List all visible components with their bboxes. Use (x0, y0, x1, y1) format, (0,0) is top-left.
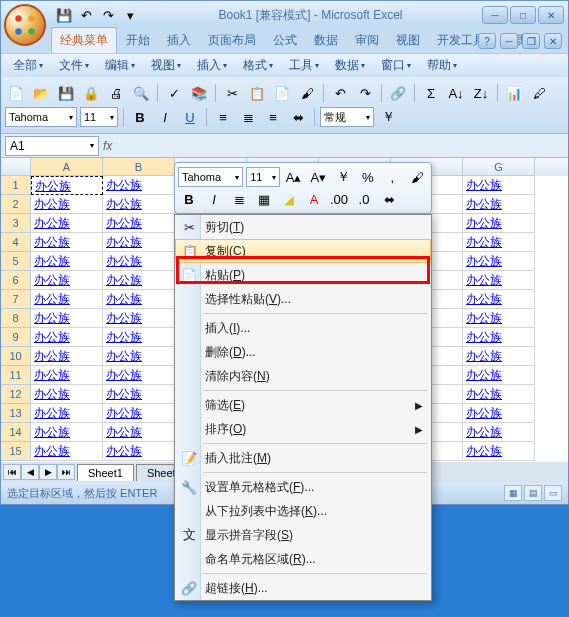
undo-icon[interactable]: ↶ (329, 82, 351, 104)
context-menu-item[interactable]: 📄粘贴(P) (175, 263, 431, 287)
cell[interactable]: 办公族 (463, 309, 535, 328)
cell[interactable]: 办公族 (31, 271, 103, 290)
name-box[interactable]: A1▾ (5, 136, 99, 156)
office-button[interactable] (4, 4, 46, 46)
merge-icon[interactable]: ⬌ (287, 106, 309, 128)
ribbon-tab[interactable]: 开始 (118, 28, 158, 53)
cell[interactable]: 办公族 (463, 442, 535, 461)
menu-item[interactable]: 窗口 ▾ (375, 55, 417, 76)
cell[interactable]: 办公族 (103, 366, 175, 385)
mini-fill-color-icon[interactable]: ◢ (278, 188, 300, 210)
row-header[interactable]: 8 (1, 309, 31, 328)
close-button[interactable]: ✕ (538, 6, 564, 24)
mini-shrink-font-icon[interactable]: A▾ (307, 166, 329, 188)
cell[interactable]: 办公族 (103, 195, 175, 214)
sheet-nav-last[interactable]: ⏭ (57, 464, 75, 480)
mini-bold-button[interactable]: B (178, 188, 200, 210)
size-selector[interactable]: 11▾ (80, 107, 118, 127)
cell[interactable]: 办公族 (31, 347, 103, 366)
context-menu-item[interactable]: 📝插入批注(M) (175, 446, 431, 470)
cell[interactable]: 办公族 (463, 252, 535, 271)
mini-dec-decimal-icon[interactable]: .00 (328, 188, 350, 210)
cell[interactable]: 办公族 (31, 195, 103, 214)
hyperlink-icon[interactable]: 🔗 (387, 82, 409, 104)
cell[interactable]: 办公族 (463, 195, 535, 214)
cell[interactable]: 办公族 (31, 176, 103, 195)
mini-font-color-icon[interactable]: A (303, 188, 325, 210)
row-header[interactable]: 2 (1, 195, 31, 214)
italic-button[interactable]: I (154, 106, 176, 128)
mini-font-selector[interactable]: Tahoma▾ (178, 167, 243, 187)
align-right-icon[interactable]: ≡ (262, 106, 284, 128)
row-header[interactable]: 4 (1, 233, 31, 252)
view-layout-icon[interactable]: ▤ (524, 485, 542, 501)
redo-icon[interactable]: ↷ (99, 6, 117, 24)
select-all-corner[interactable] (1, 158, 31, 176)
ribbon-tab[interactable]: 插入 (159, 28, 199, 53)
cell[interactable]: 办公族 (463, 233, 535, 252)
number-format-selector[interactable]: 常规▾ (320, 107, 374, 127)
row-header[interactable]: 3 (1, 214, 31, 233)
cell[interactable]: 办公族 (31, 442, 103, 461)
ribbon-tab[interactable]: 审阅 (347, 28, 387, 53)
sheet-tab[interactable]: Sheet1 (77, 464, 134, 481)
mini-align-center-icon[interactable]: ≣ (228, 188, 250, 210)
context-menu-item[interactable]: 插入(I)... (175, 316, 431, 340)
cell[interactable]: 办公族 (103, 423, 175, 442)
menu-item[interactable]: 插入 ▾ (191, 55, 233, 76)
format-painter-icon[interactable]: 🖌 (296, 82, 318, 104)
cell[interactable]: 办公族 (31, 214, 103, 233)
sheet-nav-first[interactable]: ⏮ (3, 464, 21, 480)
mini-italic-button[interactable]: I (203, 188, 225, 210)
context-menu-item[interactable]: 🔗超链接(H)... (175, 576, 431, 600)
context-menu-item[interactable]: 命名单元格区域(R)... (175, 547, 431, 571)
cell[interactable]: 办公族 (103, 271, 175, 290)
menu-item[interactable]: 帮助 ▾ (421, 55, 463, 76)
context-menu-item[interactable]: 从下拉列表中选择(K)... (175, 499, 431, 523)
help-icon[interactable]: ? (478, 33, 496, 49)
cell[interactable]: 办公族 (103, 233, 175, 252)
autosum-icon[interactable]: Σ (420, 82, 442, 104)
cell[interactable]: 办公族 (31, 252, 103, 271)
context-menu-item[interactable]: 筛选(E)▶ (175, 393, 431, 417)
context-menu-item[interactable]: 选择性粘贴(V)... (175, 287, 431, 311)
column-header[interactable]: B (103, 158, 175, 176)
sort-desc-icon[interactable]: Z↓ (470, 82, 492, 104)
view-break-icon[interactable]: ▭ (544, 485, 562, 501)
new-icon[interactable]: 📄 (5, 82, 27, 104)
cell[interactable]: 办公族 (463, 176, 535, 195)
sort-asc-icon[interactable]: A↓ (445, 82, 467, 104)
mini-merge-icon[interactable]: ⬌ (378, 188, 400, 210)
cell[interactable]: 办公族 (103, 347, 175, 366)
currency-icon[interactable]: ￥ (377, 106, 399, 128)
row-header[interactable]: 14 (1, 423, 31, 442)
open-icon[interactable]: 📂 (30, 82, 52, 104)
context-menu-item[interactable]: 文显示拼音字段(S) (175, 523, 431, 547)
cell[interactable]: 办公族 (31, 233, 103, 252)
menu-item[interactable]: 数据 ▾ (329, 55, 371, 76)
context-menu-item[interactable]: 删除(D)... (175, 340, 431, 364)
menu-item[interactable]: 格式 ▾ (237, 55, 279, 76)
view-normal-icon[interactable]: ▦ (504, 485, 522, 501)
cell[interactable]: 办公族 (463, 328, 535, 347)
context-menu-item[interactable]: 清除内容(N) (175, 364, 431, 388)
redo-icon[interactable]: ↷ (354, 82, 376, 104)
permission-icon[interactable]: 🔒 (80, 82, 102, 104)
ribbon-tab[interactable]: 页面布局 (200, 28, 264, 53)
maximize-button[interactable]: □ (510, 6, 536, 24)
doc-minimize-button[interactable]: ─ (500, 33, 518, 49)
doc-restore-button[interactable]: ❐ (522, 33, 540, 49)
doc-close-button[interactable]: ✕ (544, 33, 562, 49)
row-header[interactable]: 11 (1, 366, 31, 385)
cell[interactable]: 办公族 (103, 404, 175, 423)
mini-size-selector[interactable]: 11▾ (246, 167, 280, 187)
row-header[interactable]: 12 (1, 385, 31, 404)
context-menu-item[interactable]: ✂剪切(T) (175, 215, 431, 239)
row-header[interactable]: 7 (1, 290, 31, 309)
save-icon[interactable]: 💾 (55, 82, 77, 104)
cell[interactable]: 办公族 (103, 385, 175, 404)
sheet-nav-prev[interactable]: ◀ (21, 464, 39, 480)
cell[interactable]: 办公族 (463, 366, 535, 385)
row-header[interactable]: 1 (1, 176, 31, 195)
mini-grow-font-icon[interactable]: A▴ (283, 166, 305, 188)
